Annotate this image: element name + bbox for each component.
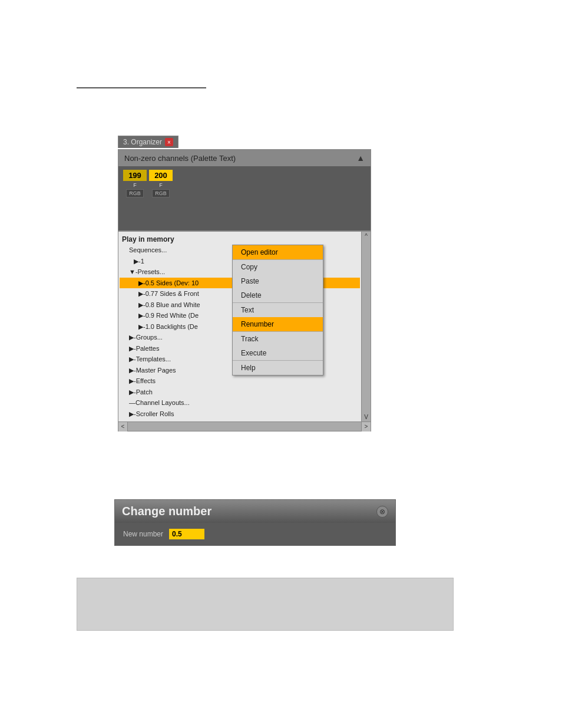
change-number-body: New number [115, 523, 395, 545]
channel-sub-200: F [159, 182, 163, 188]
tree-item-channel-layouts[interactable]: —Channel Layouts... [120, 397, 360, 409]
context-menu-item-execute[interactable]: Execute [233, 346, 323, 360]
context-menu-item-delete[interactable]: Delete [233, 288, 323, 302]
organizer-tab-close-button[interactable]: × [165, 138, 173, 146]
channel-buttons-area: 199 F RGB 200 F RGB [118, 166, 371, 201]
scroll-left-button[interactable]: < [118, 422, 128, 431]
channel-display-area [118, 201, 371, 230]
channel-number-199: 199 [123, 170, 147, 181]
top-divider [77, 87, 206, 88]
scroll-right-button[interactable]: > [361, 422, 371, 431]
horizontal-scrollbar[interactable]: < > [118, 421, 371, 431]
change-number-header: Change number ⊗ [115, 500, 395, 523]
channel-tag-199: RGB [126, 189, 144, 197]
organizer-tab[interactable]: 3. Organizer × [118, 136, 178, 148]
context-menu-item-text[interactable]: Text [233, 302, 323, 317]
tree-item-patch[interactable]: ▶-Patch [120, 387, 360, 398]
context-menu-item-track[interactable]: Track [233, 331, 323, 346]
organizer-tab-label: 3. Organizer [123, 138, 162, 146]
context-menu: Open editor Copy Paste Delete Text Renum… [232, 245, 323, 375]
scroll-down-arrow[interactable]: V [364, 414, 368, 420]
organizer-header-triangle: ▲ [356, 153, 365, 163]
context-menu-item-paste[interactable]: Paste [233, 274, 323, 288]
context-menu-item-renumber[interactable]: Renumber [233, 317, 323, 331]
channel-tag-200: RGB [152, 189, 170, 197]
change-number-close-button[interactable]: ⊗ [376, 506, 388, 518]
context-menu-item-help[interactable]: Help [233, 360, 323, 375]
vertical-scrollbar[interactable]: ^ V [361, 232, 371, 421]
organizer-header-title: Non-zero channels (Palette Text) [124, 154, 236, 163]
tree-header: Play in memory [120, 234, 360, 245]
context-menu-item-copy[interactable]: Copy [233, 259, 323, 274]
channel-button-199[interactable]: 199 F RGB [123, 170, 147, 197]
organizer-panel-header: Non-zero channels (Palette Text) ▲ [118, 150, 371, 166]
new-number-label: New number [123, 530, 163, 538]
new-number-input[interactable] [169, 529, 204, 539]
scrollbar-h-track [128, 422, 361, 431]
channel-number-200: 200 [149, 170, 173, 181]
scroll-up-arrow[interactable]: ^ [365, 233, 368, 239]
tree-item-scroller-rolls[interactable]: ▶-Scroller Rolls [120, 409, 360, 420]
tree-item-effects[interactable]: ▶-Effects [120, 375, 360, 387]
channel-button-200[interactable]: 200 F RGB [149, 170, 173, 197]
bottom-box [77, 578, 454, 631]
channel-sub-199: F [133, 182, 137, 188]
context-menu-item-open-editor[interactable]: Open editor [233, 245, 323, 259]
change-number-dialog: Change number ⊗ New number [114, 499, 396, 546]
change-number-title: Change number [122, 505, 211, 518]
